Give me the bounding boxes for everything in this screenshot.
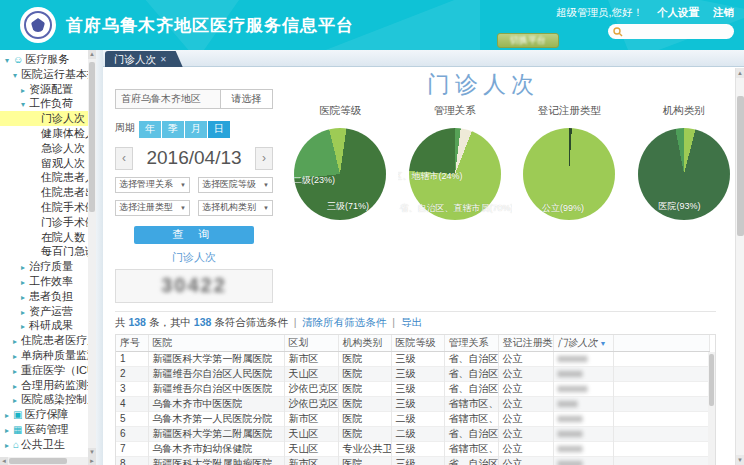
sidebar-item-患者负担[interactable]: ▸患者负担: [0, 289, 88, 304]
region-select-button[interactable]: 请选择: [221, 89, 273, 109]
table-row[interactable]: 2新疆维吾尔自治区人民医院天山区医院三级省、自治区、...公立88888: [116, 366, 710, 381]
sidebar-item-单病种质量监测指标[interactable]: ▸单病种质量监测指标: [0, 348, 88, 363]
sidebar-item-在院人数[interactable]: 在院人数: [0, 230, 88, 245]
column-header-登记注册类型[interactable]: 登记注册类型: [498, 335, 553, 351]
scrollbar-thumb[interactable]: [737, 96, 744, 236]
date-display[interactable]: 2016/04/13: [133, 147, 255, 169]
chevron-down-icon[interactable]: ▾: [13, 69, 21, 82]
search-input[interactable]: [623, 26, 723, 38]
sidebar-item-资源配置[interactable]: ▸资源配置: [0, 82, 88, 97]
table-row[interactable]: 4乌鲁木齐市中医医院沙依巴克区医院三级省辖市区、地...公立8888: [116, 396, 710, 411]
select-registration-type[interactable]: 选择注册类型▼: [115, 200, 190, 216]
chevron-right-icon[interactable]: ▸: [5, 409, 13, 422]
export-link[interactable]: 导出: [401, 316, 422, 328]
table-row[interactable]: 7乌鲁木齐市妇幼保健院天山区专业公共卫生...三级省辖市区、地...公立8888…: [116, 441, 710, 456]
logout-link[interactable]: 注销: [713, 6, 734, 20]
sidebar-item-住院手术例数[interactable]: 住院手术例数: [0, 200, 88, 215]
chevron-right-icon[interactable]: ▸: [21, 306, 29, 319]
chevron-right-icon[interactable]: ▸: [13, 350, 21, 363]
chevron-down-icon[interactable]: ▾: [21, 98, 29, 111]
switch-platform-button[interactable]: 切换平台: [497, 33, 559, 48]
table-row[interactable]: 1新疆医科大学第一附属医院新市区医院三级省、自治区、...公立888888: [116, 351, 710, 366]
column-header-门诊人次[interactable]: 门诊人次 ▼: [553, 335, 613, 351]
chevron-right-icon[interactable]: ▸: [21, 84, 29, 97]
main-vertical-scrollbar[interactable]: ▲ ▼: [735, 68, 744, 465]
cell-district: 新市区: [284, 351, 338, 366]
period-button-月[interactable]: 月: [185, 121, 207, 138]
period-button-年[interactable]: 年: [139, 121, 161, 138]
chevron-right-icon[interactable]: ▸: [21, 261, 29, 274]
tab-outpatient-visits[interactable]: 门诊人次✕: [105, 51, 183, 67]
scrollbar-thumb[interactable]: [709, 354, 714, 406]
header-search[interactable]: [608, 24, 734, 39]
chevron-right-icon[interactable]: ▸: [21, 291, 29, 304]
sidebar-item-医疗保障[interactable]: ▸▣医疗保障: [0, 407, 88, 422]
sidebar-item-健康体检人次[interactable]: 健康体检人次: [0, 126, 88, 141]
region-input[interactable]: [115, 89, 221, 109]
sidebar-item-工作负荷[interactable]: ▾工作负荷: [0, 96, 88, 111]
scroll-down-icon[interactable]: ▼: [88, 448, 96, 457]
close-icon[interactable]: ✕: [160, 55, 167, 64]
chevron-down-icon[interactable]: ▾: [5, 54, 13, 67]
prev-date-button[interactable]: ‹: [115, 147, 133, 170]
select-institution-category[interactable]: 选择机构类别▼: [198, 200, 273, 216]
sort-desc-icon[interactable]: ▼: [598, 340, 607, 347]
select-hospital-level[interactable]: 选择医院等级▼: [198, 177, 273, 193]
table-row[interactable]: 6新疆医科大学第二附属医院天山区医院二级省、自治区、...公立88888: [116, 426, 710, 441]
scroll-down-icon[interactable]: ▼: [736, 455, 744, 465]
table-row[interactable]: 5乌鲁木齐第一人民医院分院新市区医院二级省辖市区、地...公立88888: [116, 411, 710, 426]
column-header-医院等级[interactable]: 医院等级: [391, 335, 444, 351]
sidebar-item-门诊手术例数[interactable]: 门诊手术例数: [0, 215, 88, 230]
table-row[interactable]: 3新疆维吾尔自治区中医医院沙依巴克区医院三级省、自治区、...公立888888: [116, 381, 710, 396]
scrollbar-thumb[interactable]: [9, 458, 67, 464]
sidebar-vertical-scrollbar[interactable]: ▲ ▼: [88, 50, 96, 457]
scroll-right-icon[interactable]: ►: [88, 457, 96, 465]
sidebar-item-住院患者医疗质量与[interactable]: ▸住院患者医疗质量与: [0, 333, 88, 348]
personal-settings-link[interactable]: 个人设置: [657, 6, 699, 20]
sidebar-item-治疗质量[interactable]: ▸治疗质量: [0, 259, 88, 274]
period-button-季[interactable]: 季: [162, 121, 184, 138]
sidebar-item-住院患者入院例数[interactable]: 住院患者入院例数: [0, 170, 88, 185]
chevron-right-icon[interactable]: ▸: [13, 394, 21, 407]
next-date-button[interactable]: ›: [255, 147, 273, 170]
chevron-right-icon[interactable]: ▸: [21, 276, 29, 289]
sidebar-item-住院患者出院例数[interactable]: 住院患者出院例数: [0, 185, 88, 200]
chevron-right-icon[interactable]: ▸: [13, 335, 21, 348]
period-button-日[interactable]: 日: [208, 121, 230, 138]
sidebar-item-资产运营[interactable]: ▸资产运营: [0, 304, 88, 319]
sidebar-item-重症医学（ICU）质[interactable]: ▸重症医学（ICU）质: [0, 363, 88, 378]
chevron-right-icon[interactable]: ▸: [5, 424, 13, 437]
scrollbar-thumb[interactable]: [89, 62, 95, 212]
select-management-relation[interactable]: 选择管理关系▼: [115, 177, 190, 193]
sidebar-item-医药管理[interactable]: ▸▦医药管理: [0, 422, 88, 437]
column-header-序号[interactable]: 序号: [116, 335, 148, 351]
sidebar-item-医院感染控制质量监[interactable]: ▸医院感染控制质量监: [0, 392, 88, 407]
sidebar-item-每百门急诊入院人[interactable]: 每百门急诊入院人: [0, 244, 88, 259]
chevron-right-icon[interactable]: ▸: [13, 380, 21, 393]
column-header-机构类别[interactable]: 机构类别: [338, 335, 391, 351]
sidebar-horizontal-scrollbar[interactable]: ◄ ►: [0, 457, 96, 465]
sidebar-item-留观人次[interactable]: 留观人次: [0, 156, 88, 171]
sidebar-item-医院运行基本指标[interactable]: ▾医院运行基本指标: [0, 67, 88, 82]
column-header-区划[interactable]: 区划: [284, 335, 338, 351]
query-button[interactable]: 查 询: [134, 226, 254, 244]
column-header-管理关系[interactable]: 管理关系: [444, 335, 498, 351]
cell-filler: [613, 381, 710, 396]
scroll-up-icon[interactable]: ▲: [88, 50, 96, 59]
sidebar-item-工作效率[interactable]: ▸工作效率: [0, 274, 88, 289]
sidebar-item-公共卫生[interactable]: ▸⌂公共卫生: [0, 437, 88, 452]
table-row[interactable]: 8新疆医科大学附属肿瘤医院新市区医院三级省、自治区、...公立88888: [116, 456, 710, 465]
chevron-right-icon[interactable]: ▸: [13, 365, 21, 378]
sidebar-item-医疗服务[interactable]: ▾☺医疗服务: [0, 52, 88, 67]
scroll-left-icon[interactable]: ◄: [0, 457, 8, 465]
chevron-right-icon[interactable]: ▸: [5, 439, 13, 452]
clear-filters-link[interactable]: 清除所有筛选条件: [302, 316, 386, 328]
sidebar-item-科研成果[interactable]: ▸科研成果: [0, 318, 88, 333]
sidebar-item-急诊人次[interactable]: 急诊人次: [0, 141, 88, 156]
column-header-医院[interactable]: 医院: [148, 335, 284, 351]
table-vertical-scrollbar[interactable]: [708, 352, 715, 465]
sidebar-item-合理用药监测指标[interactable]: ▸合理用药监测指标: [0, 378, 88, 393]
scroll-up-icon[interactable]: ▲: [736, 68, 744, 78]
sidebar-item-门诊人次[interactable]: 门诊人次: [0, 111, 88, 126]
chevron-right-icon[interactable]: ▸: [21, 320, 29, 333]
